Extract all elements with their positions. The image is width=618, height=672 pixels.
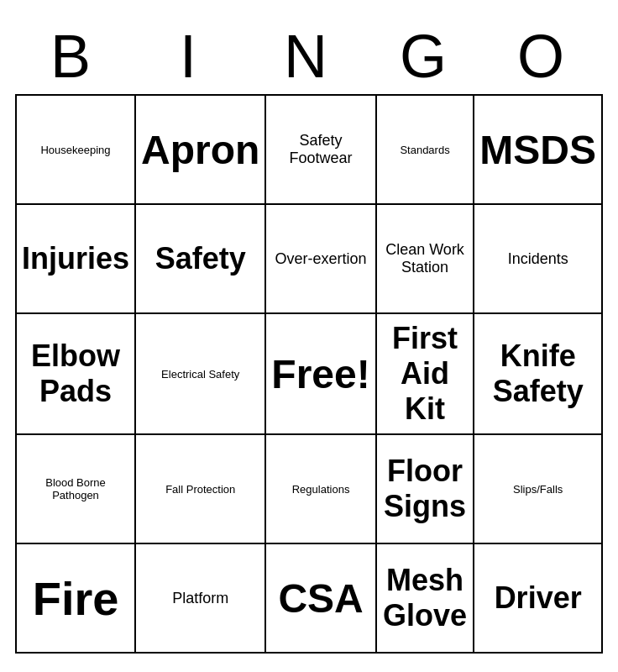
bingo-cell[interactable]: MSDS [474, 96, 603, 205]
cell-text: Knife Safety [479, 339, 596, 409]
bingo-cell[interactable]: Free! [266, 314, 376, 435]
cell-text: Incidents [508, 250, 568, 268]
bingo-cell[interactable]: CSA [266, 544, 376, 654]
bingo-cell[interactable]: Fall Protection [136, 435, 266, 544]
cell-text: Housekeeping [40, 144, 110, 156]
bingo-card: BINGO HousekeepingApronSafety FootwearSt… [15, 18, 603, 654]
bingo-cell[interactable]: Electrical Safety [136, 314, 266, 435]
cell-text: Elbow Pads [22, 339, 129, 409]
cell-text: Over-exertion [275, 250, 367, 268]
bingo-cell[interactable]: Apron [136, 96, 266, 205]
cell-text: Fall Protection [165, 483, 235, 496]
bingo-cell[interactable]: Safety [136, 205, 266, 314]
cell-text: Electrical Safety [161, 368, 239, 381]
bingo-cell[interactable]: Clean Work Station [377, 205, 475, 314]
bingo-cell[interactable]: Slips/Falls [474, 435, 603, 544]
bingo-cell[interactable]: First Aid Kit [377, 314, 475, 435]
cell-text: Fire [33, 571, 119, 626]
cell-text: CSA [278, 575, 363, 622]
header-letter: I [133, 18, 250, 94]
header-letter: N [250, 18, 368, 94]
cell-text: Safety [155, 241, 246, 276]
bingo-cell[interactable]: Knife Safety [474, 314, 603, 435]
bingo-cell[interactable]: Injuries [17, 205, 136, 314]
bingo-cell[interactable]: Regulations [266, 435, 376, 544]
bingo-grid: HousekeepingApronSafety FootwearStandard… [15, 94, 603, 654]
header-letter: G [368, 18, 485, 94]
cell-text: MSDS [479, 127, 596, 173]
cell-text: Free! [271, 351, 369, 397]
cell-text: Mesh Glove [382, 563, 469, 633]
bingo-cell[interactable]: Driver [474, 544, 603, 654]
bingo-cell[interactable]: Blood Borne Pathogen [17, 435, 136, 544]
cell-text: Safety Footwear [271, 132, 369, 167]
cell-text: First Aid Kit [382, 321, 469, 427]
bingo-header: BINGO [15, 18, 603, 94]
cell-text: Injuries [22, 241, 129, 276]
bingo-cell[interactable]: Platform [136, 544, 266, 654]
header-letter: B [15, 18, 133, 94]
cell-text: Floor Signs [382, 454, 469, 524]
cell-text: Apron [141, 127, 259, 173]
cell-text: Clean Work Station [382, 241, 469, 276]
bingo-cell[interactable]: Incidents [474, 205, 603, 314]
cell-text: Standards [400, 144, 449, 156]
cell-text: Blood Borne Pathogen [22, 476, 129, 501]
header-letter: O [485, 18, 603, 94]
bingo-cell[interactable]: Housekeeping [17, 96, 136, 205]
bingo-cell[interactable]: Fire [17, 544, 136, 654]
bingo-cell[interactable]: Elbow Pads [17, 314, 136, 435]
cell-text: Driver [495, 580, 582, 616]
bingo-cell[interactable]: Mesh Glove [377, 544, 475, 654]
cell-text: Platform [172, 590, 228, 607]
cell-text: Regulations [292, 483, 350, 496]
bingo-cell[interactable]: Floor Signs [377, 435, 475, 544]
bingo-cell[interactable]: Safety Footwear [266, 96, 376, 205]
bingo-cell[interactable]: Over-exertion [266, 205, 376, 314]
bingo-cell[interactable]: Standards [377, 96, 475, 205]
cell-text: Slips/Falls [513, 483, 563, 496]
